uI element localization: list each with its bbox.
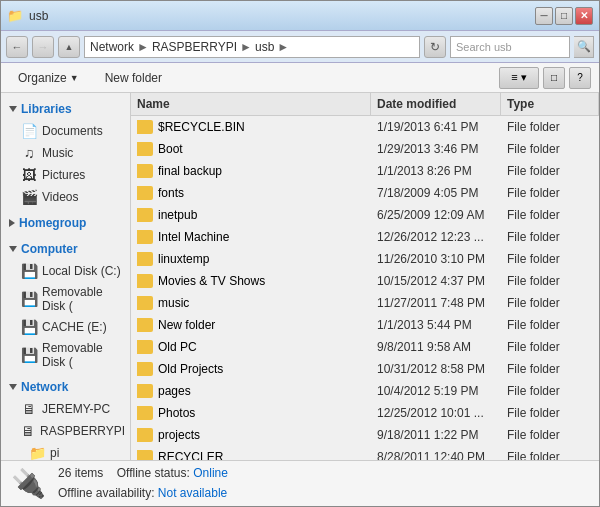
removable-d-icon: 💾 <box>21 291 37 307</box>
maximize-button[interactable]: □ <box>555 7 573 25</box>
file-type-cell: File folder <box>501 142 599 156</box>
breadcrumb-raspberrypi[interactable]: RASPBERRYPI <box>152 40 237 54</box>
table-row[interactable]: Old PC 9/8/2011 9:58 AM File folder <box>131 336 599 358</box>
table-row[interactable]: Old Projects 10/31/2012 8:58 PM File fol… <box>131 358 599 380</box>
file-area: Name Date modified Type $RECYCLE.BIN 1/1… <box>131 93 599 460</box>
table-row[interactable]: $RECYCLE.BIN 1/19/2013 6:41 PM File fold… <box>131 116 599 138</box>
folder-icon <box>137 274 153 288</box>
file-name-cell: Boot <box>131 142 371 156</box>
folder-icon <box>137 318 153 332</box>
file-name-cell: Photos <box>131 406 371 420</box>
sidebar-item-cache-e[interactable]: 💾 CACHE (E:) <box>1 316 130 338</box>
file-date-cell: 9/18/2011 1:22 PM <box>371 428 501 442</box>
file-date-cell: 1/1/2013 5:44 PM <box>371 318 501 332</box>
status-text: 26 items Offline status: Online Offline … <box>58 464 228 502</box>
up-button[interactable]: ▲ <box>58 36 80 58</box>
main-content: Libraries 📄 Documents ♫ Music 🖼 Pictures… <box>1 93 599 460</box>
file-name-cell: projects <box>131 428 371 442</box>
back-button[interactable]: ← <box>6 36 28 58</box>
local-disk-c-icon: 💾 <box>21 263 37 279</box>
sidebar-item-removable-f[interactable]: 💾 Removable Disk ( <box>1 338 130 372</box>
sidebar-item-music[interactable]: ♫ Music <box>1 142 130 164</box>
folder-icon <box>137 362 153 376</box>
organize-button[interactable]: Organize ▼ <box>9 68 88 88</box>
forward-button[interactable]: → <box>32 36 54 58</box>
file-name: Boot <box>158 142 183 156</box>
view-options-button[interactable]: ≡ ▾ <box>499 67 539 89</box>
table-row[interactable]: Boot 1/29/2013 3:46 PM File folder <box>131 138 599 160</box>
folder-icon <box>137 340 153 354</box>
file-date-cell: 11/27/2011 7:48 PM <box>371 296 501 310</box>
file-type-cell: File folder <box>501 406 599 420</box>
help-button[interactable]: ? <box>569 67 591 89</box>
videos-icon: 🎬 <box>21 189 37 205</box>
table-row[interactable]: music 11/27/2011 7:48 PM File folder <box>131 292 599 314</box>
folder-icon <box>137 186 153 200</box>
item-count: 26 items <box>58 466 103 480</box>
table-row[interactable]: Movies & TV Shows 10/15/2012 4:37 PM Fil… <box>131 270 599 292</box>
breadcrumb-network[interactable]: Network <box>90 40 134 54</box>
file-type-cell: File folder <box>501 164 599 178</box>
sidebar-header-computer[interactable]: Computer <box>1 238 130 260</box>
sidebar-item-raspberrypi[interactable]: 🖥 RASPBERRYPI <box>1 420 130 442</box>
file-date-cell: 10/15/2012 4:37 PM <box>371 274 501 288</box>
sidebar-item-local-disk-c[interactable]: 💾 Local Disk (C:) <box>1 260 130 282</box>
sidebar-header-network[interactable]: Network <box>1 376 130 398</box>
table-row[interactable]: New folder 1/1/2013 5:44 PM File folder <box>131 314 599 336</box>
sidebar-header-homegroup[interactable]: Homegroup <box>1 212 130 234</box>
address-path[interactable]: Network ► RASPBERRYPI ► usb ► <box>84 36 420 58</box>
table-row[interactable]: RECYCLER 8/28/2011 12:40 PM File folder <box>131 446 599 460</box>
folder-icon <box>137 230 153 244</box>
col-header-type[interactable]: Type <box>501 93 599 115</box>
file-name: Old PC <box>158 340 197 354</box>
minimize-button[interactable]: ─ <box>535 7 553 25</box>
sidebar-header-libraries[interactable]: Libraries <box>1 98 130 120</box>
sidebar-item-pictures[interactable]: 🖼 Pictures <box>1 164 130 186</box>
file-name-cell: linuxtemp <box>131 252 371 266</box>
folder-icon <box>137 406 153 420</box>
file-list-header: Name Date modified Type <box>131 93 599 116</box>
table-row[interactable]: Intel Machine 12/26/2012 12:23 ... File … <box>131 226 599 248</box>
preview-pane-button[interactable]: □ <box>543 67 565 89</box>
file-date-cell: 1/19/2013 6:41 PM <box>371 120 501 134</box>
col-header-name[interactable]: Name <box>131 93 371 115</box>
table-row[interactable]: Photos 12/25/2012 10:01 ... File folder <box>131 402 599 424</box>
sidebar-item-jeremy-pc[interactable]: 🖥 JEREMY-PC <box>1 398 130 420</box>
sidebar-section-network: Network 🖥 JEREMY-PC 🖥 RASPBERRYPI 📁 pi 📁… <box>1 376 130 460</box>
usb-status-icon: 🔌 <box>11 467 46 500</box>
refresh-button[interactable]: ↻ <box>424 36 446 58</box>
title-bar: 📁 usb ─ □ ✕ <box>1 1 599 31</box>
sidebar-section-libraries: Libraries 📄 Documents ♫ Music 🖼 Pictures… <box>1 98 130 208</box>
search-box[interactable]: Search usb <box>450 36 570 58</box>
sidebar-item-pi[interactable]: 📁 pi <box>1 442 130 460</box>
table-row[interactable]: fonts 7/18/2009 4:05 PM File folder <box>131 182 599 204</box>
file-date-cell: 9/8/2011 9:58 AM <box>371 340 501 354</box>
folder-icon <box>137 450 153 461</box>
sidebar-section-computer: Computer 💾 Local Disk (C:) 💾 Removable D… <box>1 238 130 372</box>
organize-chevron-icon: ▼ <box>70 73 79 83</box>
file-type-cell: File folder <box>501 208 599 222</box>
close-button[interactable]: ✕ <box>575 7 593 25</box>
table-row[interactable]: pages 10/4/2012 5:19 PM File folder <box>131 380 599 402</box>
sidebar-item-videos[interactable]: 🎬 Videos <box>1 186 130 208</box>
table-row[interactable]: linuxtemp 11/26/2010 3:10 PM File folder <box>131 248 599 270</box>
sidebar-item-documents[interactable]: 📄 Documents <box>1 120 130 142</box>
table-row[interactable]: projects 9/18/2011 1:22 PM File folder <box>131 424 599 446</box>
file-name-cell: Movies & TV Shows <box>131 274 371 288</box>
breadcrumb-usb[interactable]: usb <box>255 40 274 54</box>
file-name-cell: pages <box>131 384 371 398</box>
file-name-cell: $RECYCLE.BIN <box>131 120 371 134</box>
col-header-date[interactable]: Date modified <box>371 93 501 115</box>
file-list-scroll[interactable]: $RECYCLE.BIN 1/19/2013 6:41 PM File fold… <box>131 116 599 460</box>
pi-icon: 📁 <box>29 445 45 460</box>
file-date-cell: 12/25/2012 10:01 ... <box>371 406 501 420</box>
file-date-cell: 6/25/2009 12:09 AM <box>371 208 501 222</box>
sidebar-item-removable-d[interactable]: 💾 Removable Disk ( <box>1 282 130 316</box>
search-button[interactable]: 🔍 <box>574 36 594 58</box>
table-row[interactable]: inetpub 6/25/2009 12:09 AM File folder <box>131 204 599 226</box>
file-name: Old Projects <box>158 362 223 376</box>
new-folder-button[interactable]: New folder <box>96 68 171 88</box>
jeremy-pc-icon: 🖥 <box>21 401 37 417</box>
file-date-cell: 1/1/2013 8:26 PM <box>371 164 501 178</box>
table-row[interactable]: final backup 1/1/2013 8:26 PM File folde… <box>131 160 599 182</box>
